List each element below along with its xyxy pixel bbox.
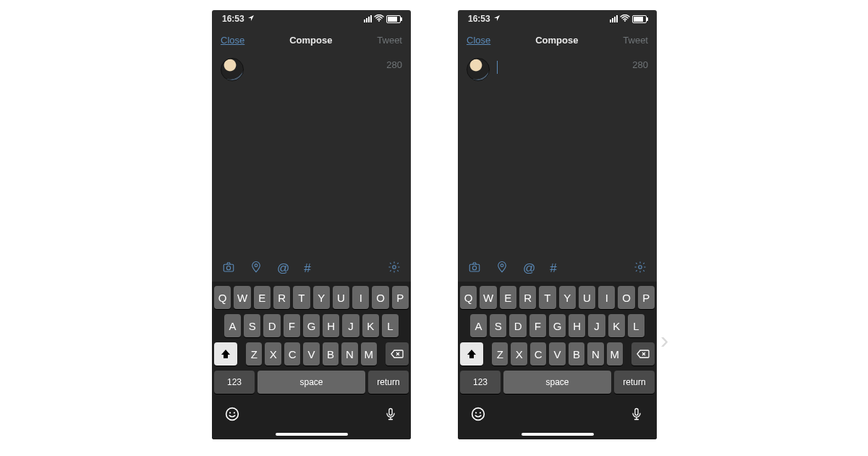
key-c[interactable]: C [284,342,300,366]
key-l[interactable]: L [628,314,644,337]
compose-area[interactable]: 280 [458,52,657,103]
hashtag-icon[interactable]: # [550,261,556,276]
mention-icon[interactable]: @ [523,261,535,276]
key-m[interactable]: M [361,342,377,366]
svg-point-7 [234,412,235,413]
cell-signal-icon [610,15,618,22]
key-o[interactable]: O [618,286,634,309]
key-i[interactable]: I [352,286,369,309]
numbers-key[interactable]: 123 [460,371,501,394]
shift-key[interactable] [214,342,237,366]
svg-point-2 [226,266,230,270]
key-y[interactable]: Y [313,286,330,309]
home-indicator[interactable] [458,429,657,439]
compose-area[interactable]: 280 [212,52,411,103]
key-a[interactable]: A [470,314,487,337]
emoji-icon[interactable] [471,407,485,424]
key-x[interactable]: X [265,342,281,366]
key-j[interactable]: J [342,314,359,337]
key-s[interactable]: S [244,314,260,337]
key-g[interactable]: G [549,314,566,337]
key-c[interactable]: C [530,342,546,366]
key-r[interactable]: R [273,286,290,309]
key-k[interactable]: K [608,314,625,337]
tweet-button[interactable]: Tweet [623,35,648,46]
gear-icon[interactable] [388,261,401,276]
key-o[interactable]: O [372,286,388,309]
key-x[interactable]: X [511,342,527,366]
svg-point-13 [639,266,642,269]
key-q[interactable]: Q [214,286,231,309]
svg-rect-8 [389,409,392,415]
mic-icon[interactable] [383,407,398,424]
key-h[interactable]: H [323,314,339,337]
key-t[interactable]: T [293,286,310,309]
key-b[interactable]: B [569,342,584,366]
key-z[interactable]: Z [492,342,508,366]
chevron-right-icon: › [660,326,668,354]
svg-rect-1 [224,264,234,271]
return-key[interactable]: return [614,371,655,394]
key-w[interactable]: W [480,286,496,309]
compose-toolbar: @ # [458,256,657,282]
key-z[interactable]: Z [246,342,262,366]
key-l[interactable]: L [382,314,399,337]
avatar[interactable] [467,58,490,81]
key-w[interactable]: W [234,286,250,309]
nav-bar: Close Compose Tweet [458,28,657,52]
cell-signal-icon [364,15,372,22]
key-v[interactable]: V [303,342,319,366]
mention-icon[interactable]: @ [277,261,289,276]
key-u[interactable]: U [333,286,349,309]
key-g[interactable]: G [303,314,320,337]
close-button[interactable]: Close [221,35,244,46]
key-p[interactable]: P [392,286,409,309]
return-key[interactable]: return [368,371,409,394]
key-k[interactable]: K [362,314,379,337]
key-f[interactable]: F [284,314,300,337]
key-f[interactable]: F [529,314,546,337]
key-i[interactable]: I [598,286,615,309]
camera-icon[interactable] [222,261,235,276]
key-m[interactable]: M [607,342,623,366]
svg-point-9 [624,20,626,22]
location-pin-icon[interactable] [495,261,509,276]
tweet-button[interactable]: Tweet [377,35,402,46]
key-u[interactable]: U [579,286,595,309]
key-e[interactable]: E [254,286,271,309]
key-d[interactable]: D [263,314,280,337]
key-n[interactable]: N [587,342,603,366]
key-r[interactable]: R [519,286,536,309]
close-button[interactable]: Close [467,35,490,46]
hashtag-icon[interactable]: # [304,261,310,276]
mic-icon[interactable] [629,407,644,424]
key-h[interactable]: H [569,314,585,337]
key-s[interactable]: S [490,314,506,337]
text-cursor [497,61,498,74]
svg-rect-17 [635,409,638,415]
key-t[interactable]: T [539,286,556,309]
key-j[interactable]: J [588,314,605,337]
key-p[interactable]: P [638,286,655,309]
camera-icon[interactable] [468,261,481,276]
key-d[interactable]: D [509,314,526,337]
home-indicator[interactable] [212,429,411,439]
key-n[interactable]: N [341,342,357,366]
key-v[interactable]: V [549,342,565,366]
space-key[interactable]: space [503,371,611,394]
numbers-key[interactable]: 123 [214,371,255,394]
space-key[interactable]: space [258,371,365,394]
key-q[interactable]: Q [460,286,477,309]
location-pin-icon[interactable] [250,261,263,276]
key-a[interactable]: A [224,314,241,337]
key-e[interactable]: E [500,286,516,309]
emoji-icon[interactable] [225,407,239,424]
key-y[interactable]: Y [559,286,576,309]
shift-key[interactable] [460,342,483,366]
svg-point-14 [472,408,485,421]
gear-icon[interactable] [634,261,647,276]
key-b[interactable]: B [323,342,339,366]
avatar[interactable] [221,58,244,81]
backspace-key[interactable] [631,342,655,366]
backspace-key[interactable] [386,342,409,366]
